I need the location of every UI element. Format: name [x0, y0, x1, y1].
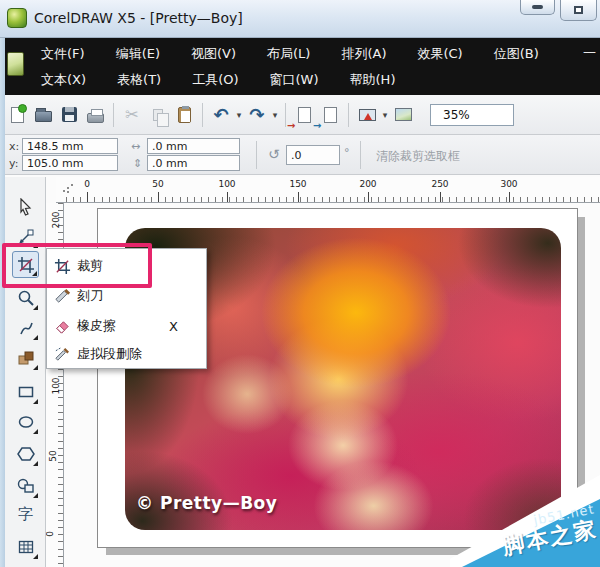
menu-effects[interactable]: 效果(C)	[406, 41, 473, 67]
y-label: y:	[9, 157, 18, 170]
width-field[interactable]: .0 mm	[147, 138, 240, 154]
ruler-number: 100	[218, 179, 235, 189]
save-floppy-icon	[62, 107, 77, 122]
rectangle-icon	[17, 383, 35, 401]
ruler-number: 100	[51, 377, 61, 394]
ruler-number: 50	[152, 179, 163, 189]
property-bar: x: 148.5 mm y: 105.0 mm ↔ .0 mm ⇕ .0 mm …	[0, 135, 600, 175]
horizontal-ruler[interactable]: 0 50 100 150 200 250 300	[56, 177, 600, 203]
ruler-number: 250	[431, 179, 448, 189]
pick-arrow-icon	[17, 198, 35, 216]
menu-tools[interactable]: 工具(O)	[181, 67, 249, 93]
shape-tool-icon	[17, 227, 35, 245]
ruler-number: 150	[289, 179, 306, 189]
tool-freehand[interactable]	[12, 314, 39, 341]
scissors-icon: ✂	[125, 107, 138, 123]
redo-button[interactable]: ↷	[244, 101, 270, 129]
launcher-dropdown[interactable]: ▾	[380, 110, 390, 120]
menu-window[interactable]: 窗口(W)	[259, 67, 330, 93]
toolbar-separator	[285, 103, 286, 127]
application-launcher-button[interactable]	[354, 101, 380, 129]
menu-help[interactable]: 帮助(H)	[339, 67, 407, 93]
propbar-separator	[256, 141, 257, 169]
ruler-origin-icon[interactable]	[62, 182, 74, 194]
tool-rectangle[interactable]	[12, 378, 39, 405]
cut-button[interactable]: ✂	[119, 101, 145, 129]
freehand-curve-icon	[17, 319, 35, 337]
export-arrow-icon: →	[313, 120, 321, 131]
copy-icon	[153, 109, 163, 121]
redo-arrow-icon: ↷	[249, 106, 264, 124]
text-tool-icon: 字	[18, 507, 33, 522]
menu-edit[interactable]: 编辑(E)	[105, 41, 171, 67]
rotation-field[interactable]: .0	[286, 145, 340, 165]
menu-row-1: 文件(F) 编辑(E) 视图(V) 布局(L) 排列(A) 效果(C) 位图(B…	[30, 41, 559, 67]
new-button[interactable]	[4, 101, 30, 129]
ellipse-icon	[17, 413, 35, 431]
open-folder-icon	[35, 111, 52, 122]
tool-pick[interactable]	[12, 193, 39, 220]
tool-basic-shapes[interactable]	[12, 472, 39, 499]
undo-dropdown[interactable]: ▾	[234, 110, 244, 120]
open-button[interactable]	[30, 101, 56, 129]
print-button[interactable]	[82, 101, 108, 129]
menu-arrange[interactable]: 排列(A)	[330, 41, 397, 67]
coreldraw-window: CorelDRAW X5 - [Pretty—Boy] 文件(F) 编辑(E) …	[0, 0, 600, 567]
undo-button[interactable]: ↶	[208, 101, 234, 129]
toolbar-separator	[202, 103, 203, 127]
paste-button[interactable]	[171, 101, 197, 129]
tool-smart-fill[interactable]	[12, 344, 39, 371]
height-icon: ⇕	[133, 157, 142, 170]
flyout-item-eraser[interactable]: 橡皮擦 X	[47, 311, 206, 341]
tool-table[interactable]	[12, 533, 39, 560]
virtual-segment-delete-icon	[47, 346, 77, 363]
copy-button[interactable]	[145, 101, 171, 129]
redo-dropdown[interactable]: ▾	[270, 110, 280, 120]
flyout-item-virtual-segment-delete[interactable]: 虚拟段删除	[47, 339, 206, 369]
ruler-number: 300	[500, 179, 517, 189]
minimize-button[interactable]	[520, 0, 555, 15]
menu-view[interactable]: 视图(V)	[180, 41, 247, 67]
standard-toolbar: ✂ ↶ ▾ ↷ ▾ → → ▾ 35%	[0, 95, 600, 135]
welcome-screen-button[interactable]	[390, 101, 416, 129]
toolbar-separator	[348, 103, 349, 127]
tool-zoom[interactable]	[12, 284, 39, 311]
basic-shapes-icon	[17, 477, 35, 495]
paste-clipboard-icon	[178, 107, 191, 123]
ruler-number: 200	[51, 211, 61, 228]
title-bar: CorelDRAW X5 - [Pretty—Boy]	[0, 0, 600, 38]
height-field[interactable]: .0 mm	[147, 155, 240, 171]
x-position-field[interactable]: 148.5 mm	[22, 138, 118, 154]
menu-layout[interactable]: 布局(L)	[256, 41, 321, 67]
toolbar-separator	[113, 103, 114, 127]
photo-credit: © Pretty—Boy	[136, 493, 277, 513]
menu-file[interactable]: 文件(F)	[30, 41, 96, 67]
import-arrow-icon: →	[287, 120, 295, 131]
watermark: jb51.net 脚本之家	[450, 467, 600, 567]
restore-button[interactable]	[560, 0, 597, 21]
rotation-icon: ↺	[268, 146, 280, 162]
tool-polygon[interactable]	[12, 440, 39, 467]
import-icon	[298, 107, 311, 123]
menu-bar: 文件(F) 编辑(E) 视图(V) 布局(L) 排列(A) 效果(C) 位图(B…	[0, 38, 600, 95]
width-icon: ↔	[131, 140, 140, 153]
window-title: CorelDRAW X5 - [Pretty—Boy]	[34, 10, 243, 26]
zoom-level-combo[interactable]: 35%	[430, 104, 514, 126]
menu-row-2: 文本(X) 表格(T) 工具(O) 窗口(W) 帮助(H)	[30, 67, 415, 93]
doc-minimize-button[interactable]: —	[583, 44, 596, 59]
y-position-field[interactable]: 105.0 mm	[22, 155, 118, 171]
restore-icon	[574, 6, 583, 14]
menu-text[interactable]: 文本(X)	[30, 67, 97, 93]
print-icon	[87, 113, 104, 123]
export-button[interactable]: →	[317, 101, 343, 129]
x-label: x:	[9, 140, 19, 153]
table-icon	[17, 538, 35, 556]
tool-text[interactable]: 字	[12, 501, 39, 528]
menu-table[interactable]: 表格(T)	[106, 67, 172, 93]
ruler-number: 50	[48, 450, 58, 461]
application-launcher-icon	[359, 109, 376, 121]
save-button[interactable]	[56, 101, 82, 129]
clear-crop-button[interactable]: 清除裁剪选取框	[376, 148, 460, 165]
tool-ellipse[interactable]	[12, 408, 39, 435]
menu-bitmaps[interactable]: 位图(B)	[483, 41, 550, 67]
